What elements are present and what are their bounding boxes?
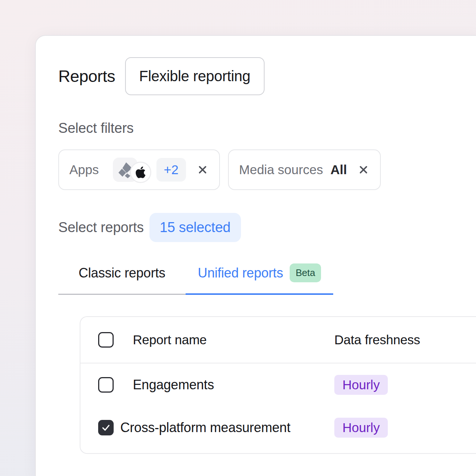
close-icon	[197, 164, 208, 175]
reports-panel: Reports Flexible reporting Select filter…	[35, 35, 476, 476]
report-name-column-header: Report name	[133, 332, 207, 347]
report-type-picker-value: Flexible reporting	[139, 68, 250, 84]
freshness-badge: Hourly	[334, 375, 388, 395]
report-name-cell: Engagements	[133, 377, 214, 393]
media-sources-filter-value: All	[330, 162, 347, 177]
select-reports-heading: Select reports	[58, 220, 144, 235]
apple-logo-icon	[130, 162, 151, 183]
remove-apps-filter-button[interactable]	[197, 164, 208, 175]
panel-header: Reports Flexible reporting	[58, 57, 476, 95]
freshness-badge: Hourly	[334, 418, 388, 438]
apps-filter-label: Apps	[69, 162, 99, 177]
table-header-row: Report name Data freshness	[80, 317, 476, 363]
reports-tabs: Classic reports Unified reports Beta	[58, 263, 476, 295]
reports-table: Report name Data freshness Engagements H…	[80, 316, 476, 454]
table-row: Engagements Hourly	[80, 363, 476, 406]
row-checkbox-engagements[interactable]	[98, 377, 114, 393]
close-icon	[358, 164, 369, 175]
table-row: Cross-platform measurement Hourly	[80, 406, 476, 449]
media-sources-filter-chip[interactable]: Media sources All	[228, 149, 381, 190]
more-apps-count: +2	[156, 158, 186, 182]
row-checkbox-cross-platform[interactable]	[98, 420, 114, 435]
report-type-picker[interactable]: Flexible reporting	[125, 57, 264, 95]
page-title: Reports	[58, 67, 115, 86]
report-name-cell: Cross-platform measurement	[120, 420, 290, 435]
media-sources-filter-label: Media sources	[239, 162, 323, 177]
select-all-checkbox[interactable]	[98, 332, 114, 348]
select-filters-heading: Select filters	[58, 120, 476, 136]
report-name-column: Report name	[80, 332, 334, 348]
remove-media-sources-filter-button[interactable]	[358, 164, 369, 175]
tab-unified-reports[interactable]: Unified reports Beta	[186, 263, 333, 295]
data-freshness-column: Data freshness	[334, 332, 420, 347]
checkmark-icon	[101, 423, 111, 432]
selected-count-badge: 15 selected	[149, 213, 241, 242]
beta-badge: Beta	[290, 263, 321, 282]
tab-classic-reports[interactable]: Classic reports	[58, 263, 186, 295]
tab-classic-reports-label: Classic reports	[79, 265, 165, 281]
tab-unified-reports-label: Unified reports	[198, 265, 283, 281]
select-reports-header: Select reports 15 selected	[58, 213, 476, 242]
apps-filter-chip[interactable]: Apps +2	[58, 149, 220, 190]
data-freshness-column-header: Data freshness	[334, 332, 420, 347]
filter-chips: Apps +2 Media s	[58, 149, 476, 190]
